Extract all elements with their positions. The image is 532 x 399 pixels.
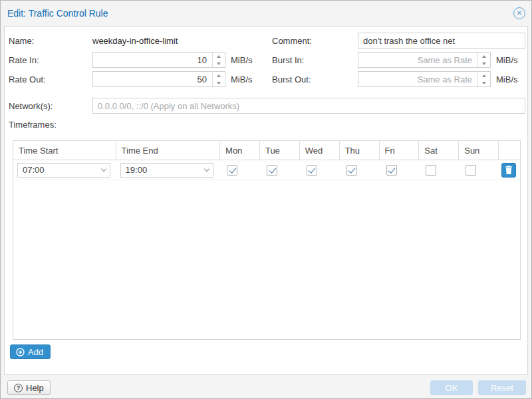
time-end-combo[interactable] <box>120 163 213 178</box>
help-button[interactable]: Help <box>7 380 51 395</box>
timeframe-row <box>13 160 520 180</box>
spinner-up-icon[interactable] <box>478 72 490 79</box>
burst-out-unit: MiB/s <box>496 71 518 87</box>
spinner-down-icon[interactable] <box>213 79 225 86</box>
help-button-label: Help <box>26 383 44 393</box>
spinner-down-icon[interactable] <box>478 79 490 86</box>
burst-out-input[interactable] <box>358 71 491 87</box>
burst-in-unit: MiB/s <box>496 52 518 68</box>
time-end-input[interactable] <box>120 163 213 178</box>
add-button[interactable]: Add <box>10 344 51 359</box>
rate-in-unit: MiB/s <box>231 52 253 68</box>
fri-checkbox[interactable] <box>386 165 397 176</box>
dialog-titlebar: Edit: Traffic Control Rule <box>1 1 531 26</box>
timeframes-label: Timeframes: <box>9 116 57 132</box>
time-start-input[interactable] <box>17 163 110 178</box>
column-header-thu[interactable]: Thu <box>340 141 380 160</box>
column-header-tue[interactable]: Tue <box>260 141 300 160</box>
burst-in-spinner <box>477 53 490 67</box>
burst-out-spinner <box>477 72 490 86</box>
rate-out-input[interactable] <box>92 71 225 87</box>
edit-traffic-control-rule-dialog: Edit: Traffic Control Rule Name: weekday… <box>0 0 532 399</box>
sat-checkbox[interactable] <box>426 165 436 176</box>
burst-in-label: Burst In: <box>272 52 304 68</box>
tue-checkbox[interactable] <box>267 165 277 176</box>
ok-button[interactable]: OK <box>430 380 473 395</box>
column-header-time-start[interactable]: Time Start <box>13 141 116 160</box>
spinner-up-icon[interactable] <box>478 53 490 60</box>
plus-circle-icon <box>16 348 25 356</box>
spinner-down-icon[interactable] <box>478 60 490 67</box>
trash-icon <box>505 166 513 174</box>
column-header-wed[interactable]: Wed <box>300 141 340 160</box>
column-header-fri[interactable]: Fri <box>380 141 420 160</box>
reset-button[interactable]: Reset <box>478 380 526 395</box>
rate-in-label: Rate In: <box>9 52 39 68</box>
rate-out-label: Rate Out: <box>9 71 46 87</box>
burst-in-input[interactable] <box>358 52 491 68</box>
column-header-sat[interactable]: Sat <box>419 141 459 160</box>
sun-checkbox[interactable] <box>466 165 476 176</box>
spinner-up-icon[interactable] <box>213 72 225 79</box>
rate-in-input[interactable] <box>92 52 225 68</box>
networks-label: Network(s): <box>9 98 53 114</box>
spinner-up-icon[interactable] <box>213 53 225 60</box>
spinner-down-icon[interactable] <box>213 60 225 67</box>
column-header-time-end[interactable]: Time End <box>116 141 221 160</box>
name-label: Name: <box>9 33 34 49</box>
column-header-sun[interactable]: Sun <box>459 141 499 160</box>
time-start-combo[interactable] <box>17 163 110 178</box>
delete-row-button[interactable] <box>501 163 516 178</box>
dialog-title: Edit: Traffic Control Rule <box>7 1 108 26</box>
question-circle-icon <box>14 384 23 392</box>
column-header-mon[interactable]: Mon <box>220 141 260 160</box>
comment-input[interactable] <box>358 33 525 49</box>
rate-out-spinner <box>212 72 225 86</box>
timeframes-grid-header: Time Start Time End Mon Tue Wed Thu Fri … <box>13 141 520 160</box>
mon-checkbox[interactable] <box>227 165 237 176</box>
name-value: weekday-in-office-limit <box>92 33 178 49</box>
wed-checkbox[interactable] <box>307 165 317 176</box>
dialog-footer: Help OK Reset <box>1 375 532 399</box>
networks-input[interactable] <box>92 98 525 114</box>
thu-checkbox[interactable] <box>346 165 357 176</box>
burst-out-label: Burst Out: <box>272 71 311 87</box>
add-button-label: Add <box>28 347 43 357</box>
column-header-actions <box>499 141 520 160</box>
timeframes-grid: Time Start Time End Mon Tue Wed Thu Fri … <box>13 140 521 340</box>
rate-in-spinner <box>212 53 225 67</box>
rate-out-unit: MiB/s <box>231 71 253 87</box>
close-icon[interactable] <box>513 7 525 19</box>
comment-label: Comment: <box>272 33 312 49</box>
